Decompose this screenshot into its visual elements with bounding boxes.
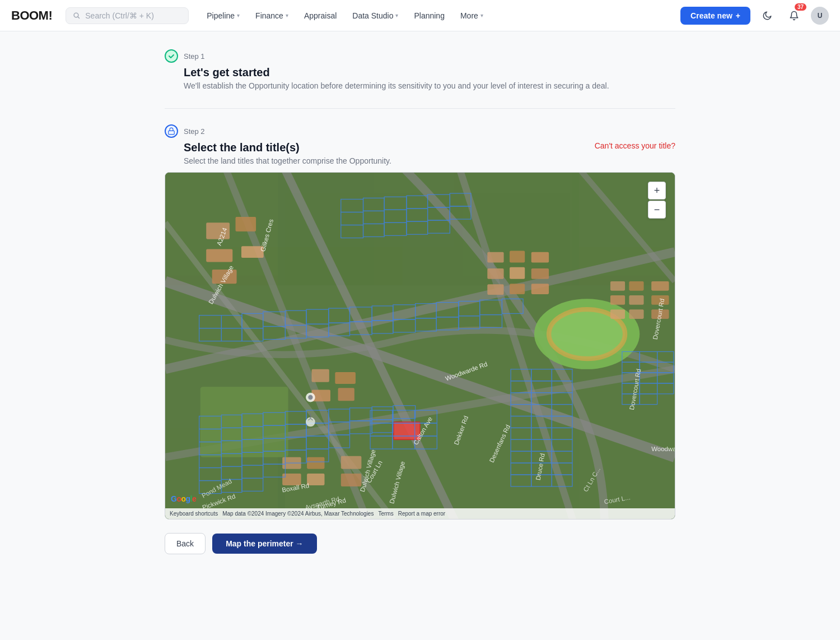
chevron-down-icon: ▾ — [395, 12, 398, 18]
map-perimeter-button[interactable]: Map the perimeter → — [212, 534, 316, 554]
svg-rect-33 — [487, 284, 503, 295]
svg-text:Woodwa...: Woodwa... — [651, 446, 675, 452]
avatar[interactable]: U — [811, 7, 829, 25]
step-1-header: Step 1 — [165, 49, 675, 63]
svg-rect-34 — [510, 284, 525, 294]
svg-rect-27 — [487, 252, 503, 263]
header-actions: Create new + 37 U — [680, 6, 829, 26]
step-1-description: We'll establish the Opportunity location… — [184, 81, 675, 90]
map-attribution: Keyboard shortcuts Map data ©2024 Imager… — [165, 508, 675, 519]
svg-rect-17 — [200, 387, 288, 457]
svg-rect-20 — [206, 249, 232, 262]
search-icon — [73, 12, 81, 20]
step-2-icon — [165, 124, 178, 138]
map-svg: Dulwich Village Gilkes Cres A2214 Woodwa… — [165, 173, 675, 519]
step-divider — [165, 108, 675, 109]
svg-rect-1 — [169, 131, 175, 134]
svg-rect-38 — [651, 281, 669, 291]
notifications-button[interactable]: 37 — [784, 6, 804, 26]
step-1-title: Let's get started — [184, 66, 675, 79]
check-icon — [168, 53, 175, 59]
lock-icon — [167, 127, 175, 135]
svg-rect-39 — [610, 295, 625, 305]
chevron-down-icon: ▾ — [237, 12, 240, 18]
svg-rect-31 — [510, 267, 525, 279]
step-2-description: Select the land titles that together com… — [184, 156, 391, 165]
plus-icon: + — [736, 11, 740, 20]
app-header: BOOM! Search (Ctrl/⌘ + K) Pipeline ▾ Fin… — [0, 0, 840, 31]
search-box[interactable]: Search (Ctrl/⌘ + K) — [66, 7, 189, 24]
map-canvas: Dulwich Village Gilkes Cres A2214 Woodwa… — [165, 173, 675, 519]
step-2-label: Step 2 — [184, 127, 205, 136]
step-1-icon — [165, 49, 178, 63]
bell-icon — [789, 11, 799, 21]
svg-rect-26 — [338, 388, 354, 401]
google-logo: Google — [171, 494, 196, 503]
svg-rect-30 — [487, 268, 503, 279]
map-terms-link[interactable]: Terms — [378, 511, 393, 517]
svg-rect-50 — [341, 474, 362, 486]
svg-rect-49 — [341, 456, 362, 469]
nav-finance[interactable]: Finance ▾ — [249, 7, 295, 25]
svg-rect-42 — [610, 309, 625, 319]
nav-data-studio[interactable]: Data Studio ▾ — [346, 7, 405, 25]
map-data-attribution: Map data ©2024 Imagery ©2024 Airbus, Max… — [222, 511, 374, 517]
svg-rect-19 — [236, 217, 256, 231]
svg-rect-32 — [531, 268, 549, 279]
keyboard-shortcuts-link[interactable]: Keyboard shortcuts — [170, 511, 218, 517]
step-2-header: Step 2 — [165, 124, 675, 138]
step-1-block: Step 1 Let's get started We'll establish… — [165, 49, 675, 90]
step-2-title: Select the land title(s) — [184, 141, 391, 154]
svg-rect-40 — [629, 295, 643, 305]
chevron-down-icon: ▾ — [286, 12, 288, 18]
nav-planning[interactable]: Planning — [407, 7, 451, 25]
svg-rect-24 — [335, 372, 356, 384]
cant-access-link[interactable]: Can't access your title? — [595, 141, 675, 150]
svg-rect-23 — [311, 369, 329, 382]
chevron-down-icon: ▾ — [480, 12, 483, 18]
main-nav: Pipeline ▾ Finance ▾ Appraisal Data Stud… — [200, 7, 680, 25]
svg-rect-48 — [307, 474, 324, 485]
svg-rect-37 — [629, 281, 643, 291]
theme-toggle-button[interactable] — [757, 6, 777, 26]
map-controls: + − — [648, 182, 666, 219]
moon-icon — [762, 11, 772, 21]
report-map-error-link[interactable]: Report a map error — [398, 511, 445, 517]
zoom-in-button[interactable]: + — [648, 182, 666, 200]
search-placeholder: Search (Ctrl/⌘ + K) — [85, 11, 154, 20]
create-new-button[interactable]: Create new + — [680, 7, 750, 25]
step-2-block: Step 2 Select the land title(s) Select t… — [165, 124, 675, 554]
step-2-top-row: Select the land title(s) Select the land… — [165, 141, 675, 165]
svg-rect-46 — [307, 457, 324, 469]
map-container[interactable]: Dulwich Village Gilkes Cres A2214 Woodwa… — [165, 172, 675, 520]
nav-pipeline[interactable]: Pipeline ▾ — [200, 7, 246, 25]
svg-rect-43 — [629, 309, 643, 319]
main-content: Step 1 Let's get started We'll establish… — [151, 31, 689, 588]
step-1-label: Step 1 — [184, 52, 205, 61]
nav-more[interactable]: More ▾ — [454, 7, 490, 25]
action-buttons: Back Map the perimeter → — [165, 533, 675, 554]
svg-point-212 — [308, 395, 312, 400]
svg-rect-35 — [531, 284, 549, 294]
svg-rect-28 — [510, 251, 525, 263]
app-logo[interactable]: BOOM! — [11, 8, 52, 23]
svg-rect-29 — [531, 252, 549, 263]
notification-badge: 37 — [795, 3, 806, 11]
back-button[interactable]: Back — [165, 533, 206, 554]
zoom-out-button[interactable]: − — [648, 201, 666, 219]
nav-appraisal[interactable]: Appraisal — [297, 7, 343, 25]
svg-rect-36 — [610, 281, 625, 291]
